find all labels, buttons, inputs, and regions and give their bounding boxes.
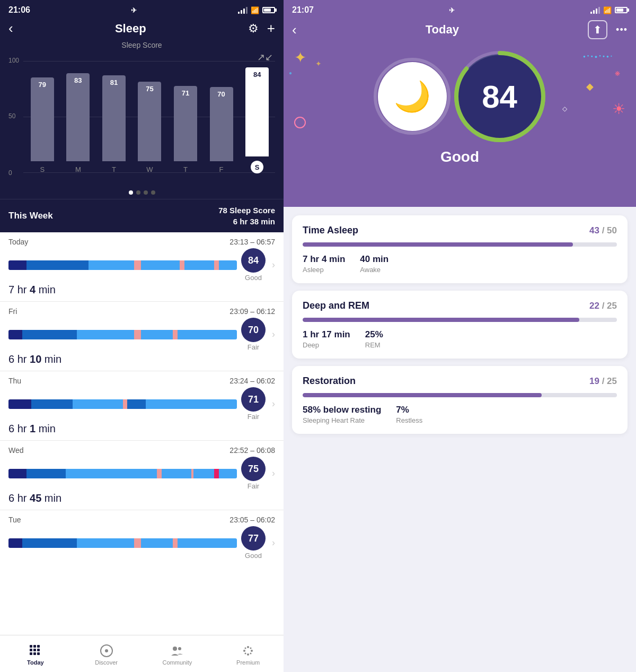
- battery-icon: [262, 7, 275, 13]
- right-share-icon[interactable]: ⬆: [588, 20, 607, 39]
- bars-area: 79 S 83 M 81 T: [24, 61, 275, 173]
- bar-group-f[interactable]: 70 F: [210, 87, 233, 173]
- sleep-item-fri-day: Fri: [8, 307, 17, 316]
- chevron-today[interactable]: ›: [272, 259, 275, 270]
- week-stats: 78 Sleep Score 6 hr 38 min: [218, 205, 275, 227]
- card-deep-rem-stat-2: 25% REM: [365, 329, 383, 349]
- right-location-icon: ✈: [449, 6, 455, 14]
- chart-dots: [8, 190, 275, 195]
- bar-s1[interactable]: 79: [31, 77, 54, 161]
- add-icon[interactable]: +: [267, 20, 275, 37]
- svg-point-13: [247, 646, 249, 648]
- sleep-duration-fri: 6 hr 10 min: [8, 353, 275, 365]
- sleep-visual-bar-fri: [8, 330, 237, 339]
- nav-item-discover[interactable]: Discover: [71, 640, 142, 670]
- card-deep-rem-progress-fill: [303, 318, 579, 322]
- dot-4[interactable]: [151, 190, 155, 195]
- card-deep-rem-stat-1-value: 1 hr 17 min: [303, 329, 350, 340]
- card-restoration-stat-2-value: 7%: [396, 405, 422, 415]
- y-axis-50: 50: [8, 112, 15, 120]
- left-panel: 21:06 ✈ 📶 ‹ Sleep ⚙ + Sleep Score 100: [0, 0, 284, 672]
- sleep-visual-bar-tue: [8, 538, 237, 548]
- bar-f[interactable]: 70: [210, 87, 233, 161]
- right-nav-title: Today: [297, 23, 588, 37]
- score-ring-container: 84: [457, 54, 542, 139]
- card-time-asleep-score-total: / 50: [602, 225, 617, 235]
- bar-value-w: 75: [146, 85, 153, 93]
- left-status-right: 📶: [238, 6, 275, 14]
- bar-group-s2[interactable]: 84 S: [245, 67, 269, 173]
- sleep-item-today-day: Today: [8, 238, 28, 246]
- sleep-list: Today 23:13 – 06:57 84 Good › 7 hr 4 min…: [0, 232, 284, 635]
- right-time: 21:07: [292, 5, 314, 15]
- card-deep-rem[interactable]: Deep and REM 22 / 25 1 hr 17 min Deep 25…: [292, 291, 628, 359]
- y-axis-100: 100: [8, 57, 19, 64]
- left-nav-bar: ‹ Sleep ⚙ +: [0, 17, 284, 41]
- right-panel: 21:07 ✈ 📶 ‹ Today ⬆ •••: [284, 0, 636, 672]
- card-restoration-stat-2: 7% Restless: [396, 405, 422, 424]
- bottom-nav: Today Discover Community: [0, 635, 284, 672]
- sleep-item-today[interactable]: Today 23:13 – 06:57 84 Good › 7 hr 4 min: [0, 232, 284, 302]
- card-time-asleep-header: Time Asleep 43 / 50: [303, 225, 617, 236]
- sleep-item-fri-header: Fri 23:09 – 06:12: [8, 307, 275, 316]
- bar-s2[interactable]: 84: [245, 67, 269, 156]
- score-label-thu: Fair: [248, 413, 259, 421]
- sleep-visual-bar-thu: [8, 399, 237, 409]
- bar-chart[interactable]: 100 50 0 ↗↙ 79 S 83: [8, 51, 275, 189]
- settings-icon[interactable]: ⚙: [248, 22, 259, 36]
- left-back-button[interactable]: ‹: [8, 20, 13, 37]
- right-status-right: 📶: [590, 6, 628, 14]
- score-col-today: 84 Good: [241, 248, 266, 282]
- bar-t1[interactable]: 81: [102, 75, 126, 161]
- chevron-wed[interactable]: ›: [272, 468, 275, 479]
- card-restoration-stat-1-label: Sleeping Heart Rate: [303, 416, 381, 424]
- bar-group-w[interactable]: 75 W: [138, 82, 161, 173]
- bar-group-m[interactable]: 83 M: [66, 73, 90, 173]
- chevron-tue[interactable]: ›: [272, 537, 275, 548]
- deco-dot-1: ●: [289, 70, 292, 76]
- dot-3[interactable]: [144, 190, 148, 195]
- score-col-wed: 75 Fair: [241, 457, 266, 490]
- bar-group-s1[interactable]: 79 S: [31, 77, 54, 173]
- card-deep-rem-stat-2-value: 25%: [365, 329, 383, 340]
- chevron-thu[interactable]: ›: [272, 398, 275, 409]
- sleep-item-wed-header: Wed 22:52 – 06:08: [8, 446, 275, 455]
- sleep-item-wed[interactable]: Wed 22:52 – 06:08 75 Fair › 6 hr 45 min: [0, 441, 284, 510]
- bar-t2[interactable]: 71: [174, 86, 197, 161]
- moon-character: 🌙: [378, 62, 447, 131]
- right-back-button[interactable]: ‹: [292, 22, 297, 38]
- bar-m[interactable]: 83: [66, 73, 90, 161]
- card-restoration-stats: 58% below resting Sleeping Heart Rate 7%…: [303, 405, 617, 424]
- chevron-fri[interactable]: ›: [272, 329, 275, 340]
- right-more-icon[interactable]: •••: [616, 24, 628, 36]
- bar-value-t1: 81: [110, 78, 118, 86]
- sleep-item-tue[interactable]: Tue 23:05 – 06:02 77 Good ›: [0, 510, 284, 567]
- card-time-asleep[interactable]: Time Asleep 43 / 50 7 hr 4 min Asleep 40…: [292, 215, 628, 283]
- score-badge-wed: 75: [241, 457, 266, 481]
- dot-1[interactable]: [129, 190, 133, 195]
- right-signal-icon: [590, 6, 600, 14]
- sleep-item-fri[interactable]: Fri 23:09 – 06:12 70 Fair › 6 hr 10 min: [0, 302, 284, 371]
- bar-group-t2[interactable]: 71 T: [174, 86, 197, 173]
- score-badge-today: 84: [241, 248, 266, 273]
- bar-day-s2-active: S: [251, 161, 263, 173]
- bar-group-t1[interactable]: 81 T: [102, 75, 126, 173]
- dot-2[interactable]: [136, 190, 140, 195]
- deco-splash: ❋: [615, 70, 620, 77]
- sleep-item-thu[interactable]: Thu 23:24 – 06:02 71 Fair › 6 hr 1 min: [0, 371, 284, 441]
- deco-circles: ☀: [612, 100, 625, 118]
- card-deep-rem-header: Deep and REM 22 / 25: [303, 300, 617, 311]
- sleep-item-wed-day: Wed: [8, 446, 24, 455]
- sleep-duration-wed: 6 hr 45 min: [8, 492, 275, 504]
- card-deep-rem-stats: 1 hr 17 min Deep 25% REM: [303, 329, 617, 349]
- deco-star-2: ✦: [315, 59, 322, 68]
- bar-w[interactable]: 75: [138, 82, 161, 161]
- deco-star-1: ✦: [294, 49, 306, 66]
- nav-item-community[interactable]: Community: [142, 640, 213, 670]
- nav-item-today[interactable]: Today: [0, 640, 71, 670]
- nav-item-premium[interactable]: Premium: [213, 640, 284, 670]
- card-deep-rem-progress-bg: [303, 318, 617, 322]
- deco-dots-cluster: ●● ●● ●● ●●: [583, 54, 625, 59]
- score-ring-svg: [453, 50, 546, 143]
- card-restoration[interactable]: Restoration 19 / 25 58% below resting Sl…: [292, 366, 628, 434]
